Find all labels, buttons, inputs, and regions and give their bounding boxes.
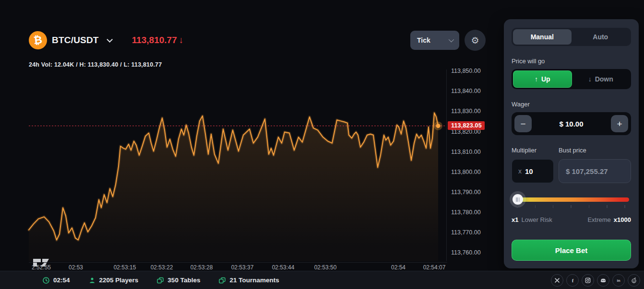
bust-price-label: Bust price xyxy=(559,147,586,154)
y-axis-label: 113,850.00 xyxy=(451,68,481,74)
time-axis[interactable]: 2:52:5502:5302:53:1502:53:2202:53:2802:5… xyxy=(29,262,447,271)
lower-risk-label: Lower Risk xyxy=(521,216,552,223)
facebook-icon[interactable]: f xyxy=(566,274,579,287)
tab-manual[interactable]: Manual xyxy=(513,29,572,45)
wager-input-group: − $ 10.00 + xyxy=(512,112,631,135)
up-button[interactable]: ↑ Up xyxy=(513,70,572,88)
status-players: 2205 Players xyxy=(88,277,139,284)
x-axis-label: 2:52:55 xyxy=(32,264,51,271)
multiplier-input[interactable]: x 10 xyxy=(512,159,554,183)
status-label: 2205 Players xyxy=(99,277,139,284)
btc-icon: ₿ xyxy=(28,30,48,50)
wager-minus-button[interactable]: − xyxy=(514,115,532,132)
chevron-down-icon xyxy=(107,36,113,43)
down-arrow-icon: ↓ xyxy=(588,75,592,83)
direction-label: Price will go xyxy=(512,58,631,65)
price-value: 113,810.77 xyxy=(132,35,177,46)
interval-label: Tick xyxy=(417,36,430,44)
status-clock: 02:54 xyxy=(42,277,70,284)
chart-header: ₿ BTC/USDT 113,810.77 ↓ xyxy=(29,30,183,51)
clock-icon xyxy=(42,277,50,284)
x-axis-label: 02:53:15 xyxy=(114,264,136,271)
tournaments-icon xyxy=(218,277,226,284)
reddit-icon[interactable] xyxy=(628,274,640,287)
chart-canvas xyxy=(29,69,446,261)
status-label: 02:54 xyxy=(53,277,70,284)
y-axis-label: 113,830.00 xyxy=(451,108,481,115)
players-icon xyxy=(88,277,96,284)
last-price-dot xyxy=(436,124,441,128)
price-axis[interactable]: 113,850.00113,840.00113,830.00113,820.00… xyxy=(446,69,498,261)
current-price-tag: 113,823.05 xyxy=(448,121,485,130)
status-tables: 350 Tables xyxy=(156,277,200,284)
status-tournaments: 21 Tournaments xyxy=(218,277,279,284)
direction-toggle: ↑ Up ↓ Down xyxy=(512,69,631,89)
down-label: Down xyxy=(595,75,613,83)
y-axis-label: 113,840.00 xyxy=(451,88,481,94)
header-last-price: 113,810.77 ↓ xyxy=(132,35,184,46)
instagram-icon[interactable] xyxy=(582,274,594,287)
bet-panel: Manual Auto Price will go ↑ Up ↓ Down Wa… xyxy=(504,19,639,268)
chevron-down-icon xyxy=(449,37,454,42)
trading-app: ₿ BTC/USDT 113,810.77 ↓ 24h Vol: 12.04K … xyxy=(0,0,644,289)
bust-price-value: $ 107,255.27 xyxy=(566,167,608,175)
place-bet-button[interactable]: Place Bet xyxy=(512,240,631,261)
svg-text:f: f xyxy=(572,277,574,283)
mode-tabs: Manual Auto xyxy=(512,28,631,46)
risk-labels: x1 Lower Risk Extreme x1000 xyxy=(512,216,631,223)
pair-label: BTC/USDT xyxy=(52,35,99,46)
discord-icon[interactable] xyxy=(597,274,609,287)
up-arrow-icon: ↑ xyxy=(535,75,538,83)
interval-dropdown[interactable]: Tick xyxy=(410,31,459,50)
y-axis-label: 113,810.00 xyxy=(451,149,481,155)
x-axis-label: 02:53:44 xyxy=(272,264,295,271)
status-label: 21 Tournaments xyxy=(229,277,279,284)
gear-icon[interactable]: ⚙ xyxy=(465,30,486,51)
wager-plus-button[interactable]: + xyxy=(611,115,628,132)
x-axis-label: 02:53:37 xyxy=(231,264,254,271)
market-stats: 24h Vol: 12.04K / H: 113,830.40 / L: 113… xyxy=(29,61,162,68)
y-axis-label: 113,760.00 xyxy=(451,249,481,256)
price-chart[interactable] xyxy=(29,69,446,261)
x-axis-label: 02:54:07 xyxy=(423,264,446,271)
x-icon[interactable] xyxy=(551,274,563,287)
x-axis-label: 02:53 xyxy=(69,264,83,271)
down-button[interactable]: ↓ Down xyxy=(572,70,630,88)
tab-auto[interactable]: Auto xyxy=(572,29,630,45)
multiplier-value: 10 xyxy=(525,167,533,175)
tables-icon xyxy=(156,277,164,284)
x-axis-label: 02:54 xyxy=(391,264,405,271)
multiplier-prefix: x xyxy=(518,167,522,175)
y-axis-label: 113,770.00 xyxy=(451,229,481,236)
risk-slider xyxy=(512,196,631,210)
pair-selector[interactable]: ₿ BTC/USDT xyxy=(29,31,111,49)
bust-price-field: $ 107,255.27 xyxy=(559,159,631,183)
svg-text:in: in xyxy=(617,278,620,283)
y-axis-label: 113,790.00 xyxy=(451,189,481,196)
risk-slider-handle[interactable] xyxy=(513,194,523,205)
risk-slider-ticks xyxy=(513,205,629,208)
price-down-arrow-icon: ↓ xyxy=(179,35,184,46)
x-axis-label: 02:53:22 xyxy=(151,264,173,271)
extreme-label: Extreme xyxy=(587,216,610,223)
y-axis-label: 113,800.00 xyxy=(451,169,481,175)
y-axis-label: 113,780.00 xyxy=(451,209,481,216)
x-axis-label: 02:53:28 xyxy=(191,264,213,271)
max-multiplier: x1000 xyxy=(614,216,631,223)
risk-slider-track[interactable] xyxy=(513,197,629,202)
multiplier-label: Multiplier xyxy=(512,147,559,154)
x-axis-label: 02:53:50 xyxy=(314,264,337,271)
linkedin-icon[interactable]: in xyxy=(612,274,625,287)
up-label: Up xyxy=(541,75,550,83)
status-label: 350 Tables xyxy=(167,277,200,284)
wager-value[interactable]: $ 10.00 xyxy=(559,120,583,128)
wager-label: Wager xyxy=(512,101,631,108)
status-bar: 02:542205 Players350 Tables21 Tournament… xyxy=(0,271,644,289)
min-multiplier: x1 xyxy=(512,216,518,223)
